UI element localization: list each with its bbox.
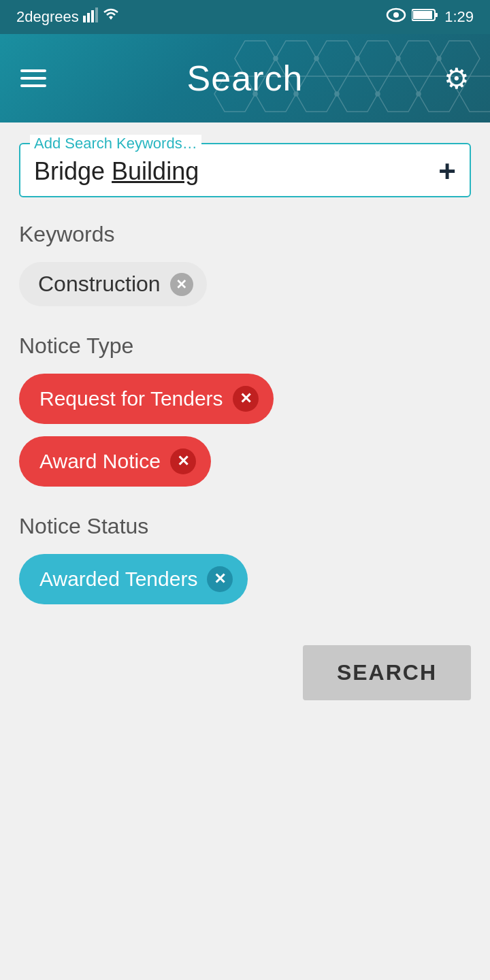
- svg-point-23: [314, 56, 318, 61]
- svg-point-24: [355, 56, 359, 61]
- notice-tag-text: Award Notice: [39, 450, 161, 473]
- search-input-value[interactable]: Bridge Building: [34, 157, 199, 186]
- status-right: 1:29: [386, 7, 474, 27]
- notice-tag-award-notice[interactable]: Award Notice ✕: [19, 436, 211, 487]
- menu-button[interactable]: [20, 69, 46, 87]
- notice-type-section: Notice Type Request for Tenders ✕ Award …: [19, 333, 471, 487]
- remove-construction-button[interactable]: ✕: [170, 273, 193, 296]
- search-placeholder-label: Add Search Keywords…: [30, 135, 201, 152]
- search-box[interactable]: Add Search Keywords… Bridge Building +: [19, 143, 471, 197]
- notice-status-tags: Awarded Tenders ✕: [19, 554, 471, 604]
- remove-award-notice-button[interactable]: ✕: [170, 448, 196, 474]
- header: Search ⚙: [0, 34, 490, 122]
- svg-marker-11: [316, 41, 357, 76]
- notice-type-tags: Request for Tenders ✕ Award Notice ✕: [19, 374, 471, 487]
- svg-point-30: [376, 92, 380, 96]
- add-keyword-button[interactable]: +: [438, 157, 456, 186]
- svg-rect-0: [83, 16, 86, 22]
- keywords-tags: Construction ✕: [19, 262, 471, 306]
- notice-tag-text: Request for Tenders: [39, 387, 223, 410]
- keywords-label: Keywords: [19, 222, 471, 247]
- svg-marker-12: [357, 41, 398, 76]
- time-display: 1:29: [444, 8, 474, 26]
- svg-point-31: [416, 92, 421, 96]
- carrier-name: 2degrees: [16, 8, 79, 26]
- status-bar: 2degrees: [0, 0, 490, 34]
- page-title: Search: [187, 58, 304, 99]
- svg-rect-8: [435, 13, 438, 17]
- keyword-tag-construction[interactable]: Construction ✕: [19, 262, 207, 306]
- svg-rect-1: [87, 13, 90, 22]
- notice-tag-request-for-tenders[interactable]: Request for Tenders ✕: [19, 374, 274, 424]
- status-tag-awarded-tenders[interactable]: Awarded Tenders ✕: [19, 554, 248, 604]
- battery-icon: [412, 7, 439, 27]
- remove-awarded-tenders-button[interactable]: ✕: [207, 566, 233, 592]
- svg-marker-13: [398, 41, 439, 76]
- settings-icon[interactable]: ⚙: [444, 62, 470, 95]
- status-carrier: 2degrees: [16, 7, 120, 27]
- wifi-icon: [102, 7, 120, 27]
- svg-rect-3: [95, 7, 98, 22]
- status-tag-text: Awarded Tenders: [39, 568, 197, 591]
- svg-marker-19: [378, 76, 419, 112]
- svg-rect-2: [91, 10, 94, 22]
- search-button[interactable]: SEARCH: [303, 645, 471, 700]
- svg-point-25: [396, 56, 400, 61]
- notice-type-label: Notice Type: [19, 333, 471, 359]
- remove-request-for-tenders-button[interactable]: ✕: [233, 386, 259, 412]
- svg-point-5: [393, 12, 399, 18]
- signal-icon: [83, 7, 98, 27]
- svg-point-26: [437, 56, 441, 61]
- svg-rect-7: [413, 11, 432, 19]
- eye-icon: [386, 7, 406, 27]
- keywords-section: Keywords Construction ✕: [19, 222, 471, 306]
- svg-marker-18: [337, 76, 378, 112]
- notice-status-section: Notice Status Awarded Tenders ✕: [19, 514, 471, 604]
- notice-status-label: Notice Status: [19, 514, 471, 539]
- search-button-row: SEARCH: [19, 645, 471, 700]
- main-content: Add Search Keywords… Bridge Building + K…: [0, 122, 490, 980]
- svg-point-29: [335, 92, 339, 96]
- keyword-tag-text: Construction: [38, 272, 161, 297]
